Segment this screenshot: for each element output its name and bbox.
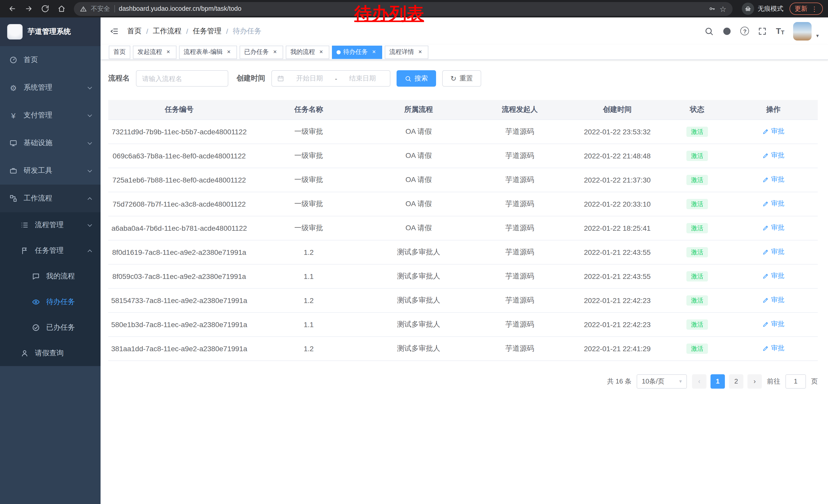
page-button-2[interactable]: 2 (729, 374, 743, 388)
tab-close-icon[interactable]: × (225, 48, 233, 56)
table-row: 069c6a63-7b8a-11ec-8ef0-acde48001122 一级审… (108, 144, 818, 168)
edit-icon (762, 225, 769, 231)
list-icon (20, 221, 29, 229)
cell-status: 激活 (665, 288, 729, 312)
navbar-actions: ? TT ▾ (705, 22, 819, 40)
cell-starter: 芋道源码 (470, 312, 570, 336)
tab-close-icon[interactable]: × (318, 48, 325, 56)
sidebar-item-system[interactable]: ⚙ 系统管理 (0, 74, 100, 101)
reset-button[interactable]: ↻ 重置 (442, 70, 481, 87)
status-badge: 激活 (687, 247, 708, 257)
search-icon[interactable] (705, 27, 714, 36)
breadcrumb-item-home[interactable]: 首页 (127, 27, 141, 36)
tab-close-icon[interactable]: × (370, 48, 378, 56)
table-row: 580e1b3d-7ac8-11ec-a9e2-a2380e71991a 1.1… (108, 312, 818, 336)
table-row: 75d72608-7b7f-11ec-a3c8-acde48001122 一级审… (108, 192, 818, 216)
sidebar-logo[interactable]: 芋道管理系统 (0, 17, 100, 46)
briefcase-icon (9, 167, 17, 175)
search-button[interactable]: 搜索 (397, 70, 436, 87)
sidebar-item-infrastructure[interactable]: 基础设施 (0, 129, 100, 157)
col-task-name: 任务名称 (250, 100, 367, 120)
sidebar-item-leave-query[interactable]: 请假查询 (0, 340, 100, 366)
cell-time: 2022-01-22 18:25:41 (570, 216, 665, 240)
next-page-button[interactable]: › (747, 374, 762, 388)
breadcrumb-item-task-management[interactable]: 任务管理 (193, 27, 222, 36)
tab-close-icon[interactable]: × (417, 48, 424, 56)
github-icon[interactable] (722, 27, 732, 36)
start-date-placeholder[interactable]: 开始日期 (287, 74, 332, 83)
approve-link[interactable]: 审批 (762, 223, 784, 232)
sidebar-item-my-process[interactable]: 我的流程 (0, 264, 100, 289)
page-size-select[interactable]: 10条/页 ▾ (637, 374, 687, 388)
cell-time: 2022-01-22 20:33:10 (570, 192, 665, 216)
tab-start-process[interactable]: 发起流程 × (133, 45, 176, 59)
incognito-badge: 无痕模式 (742, 3, 783, 15)
font-size-icon[interactable]: TT (776, 27, 784, 35)
edit-icon (762, 200, 769, 207)
browser-reload-button[interactable] (38, 2, 52, 16)
menu-fold-button[interactable] (110, 27, 119, 36)
sidebar-item-task-management[interactable]: 任务管理 (0, 238, 100, 264)
approve-link[interactable]: 审批 (762, 295, 784, 305)
approve-link[interactable]: 审批 (762, 199, 784, 209)
approve-link[interactable]: 审批 (762, 272, 784, 281)
breadcrumb-item-workflow[interactable]: 工作流程 (153, 27, 181, 36)
cell-task-id: 58154733-7ac8-11ec-a9e2-a2380e71991a (108, 288, 250, 312)
key-icon[interactable] (708, 5, 715, 12)
sidebar-item-done-tasks[interactable]: 已办任务 (0, 315, 100, 340)
sidebar-item-workflow[interactable]: 工作流程 (0, 185, 100, 212)
browser-home-button[interactable] (54, 2, 69, 16)
tab-process-detail[interactable]: 流程详情 × (385, 45, 428, 59)
process-name-input[interactable] (136, 70, 228, 87)
approve-link[interactable]: 审批 (762, 127, 784, 136)
cell-starter: 芋道源码 (470, 336, 570, 360)
tab-close-icon[interactable]: × (272, 48, 279, 56)
approve-link[interactable]: 审批 (762, 344, 784, 353)
caret-down-icon: ▾ (679, 378, 682, 384)
page-button-1[interactable]: 1 (710, 374, 725, 388)
cell-process: OA 请假 (367, 192, 470, 216)
cell-process: OA 请假 (367, 168, 470, 192)
approve-link[interactable]: 审批 (762, 320, 784, 329)
table-row: 58154733-7ac8-11ec-a9e2-a2380e71991a 1.2… (108, 288, 818, 312)
tab-home[interactable]: 首页 (109, 45, 130, 59)
calendar-icon (277, 75, 284, 82)
update-button[interactable]: 更新 ⋮ (790, 3, 823, 15)
sidebar-item-process-management[interactable]: 流程管理 (0, 212, 100, 238)
cell-status: 激活 (665, 168, 729, 192)
cell-task-id: 8f059c03-7ac8-11ec-a9e2-a2380e71991a (108, 264, 250, 288)
sidebar-item-payment[interactable]: ¥ 支付管理 (0, 101, 100, 129)
cell-action: 审批 (729, 168, 818, 192)
sidebar-item-todo-tasks[interactable]: 待办任务 (0, 289, 100, 315)
avatar-caret-icon[interactable]: ▾ (816, 33, 819, 38)
goto-page-input[interactable] (785, 374, 806, 388)
browser-menu-dots-icon[interactable]: ⋮ (811, 5, 818, 12)
tab-done-tasks[interactable]: 已办任务 × (240, 45, 283, 59)
cell-starter: 芋道源码 (470, 216, 570, 240)
tab-close-icon[interactable]: × (165, 48, 172, 56)
status-badge: 激活 (687, 223, 708, 233)
help-icon[interactable]: ? (741, 27, 749, 35)
date-range-picker[interactable]: 开始日期 - 结束日期 (272, 70, 390, 87)
cell-task-name: 1.2 (250, 288, 367, 312)
fullscreen-icon[interactable] (758, 27, 767, 36)
sidebar-item-home[interactable]: 首页 (0, 46, 100, 74)
refresh-icon: ↻ (450, 75, 456, 82)
prev-page-button[interactable]: ‹ (692, 374, 706, 388)
approve-link[interactable]: 审批 (762, 151, 784, 160)
tab-todo-tasks[interactable]: 待办任务 × (332, 45, 382, 59)
browser-forward-button[interactable] (22, 2, 36, 16)
chevron-down-icon (88, 112, 92, 117)
cell-process: 测试多审批人 (367, 240, 470, 264)
sidebar-item-devtools[interactable]: 研发工具 (0, 157, 100, 185)
approve-link[interactable]: 审批 (762, 175, 784, 184)
cell-process: 测试多审批人 (367, 264, 470, 288)
bookmark-star-icon[interactable]: ☆ (719, 5, 727, 12)
user-avatar[interactable] (793, 22, 812, 40)
tab-process-form-edit[interactable]: 流程表单-编辑 × (179, 45, 237, 59)
end-date-placeholder[interactable]: 结束日期 (340, 74, 385, 83)
browser-back-button[interactable] (5, 2, 19, 16)
approve-link[interactable]: 审批 (762, 247, 784, 257)
person-icon (20, 349, 29, 357)
tab-my-process[interactable]: 我的流程 × (286, 45, 329, 59)
